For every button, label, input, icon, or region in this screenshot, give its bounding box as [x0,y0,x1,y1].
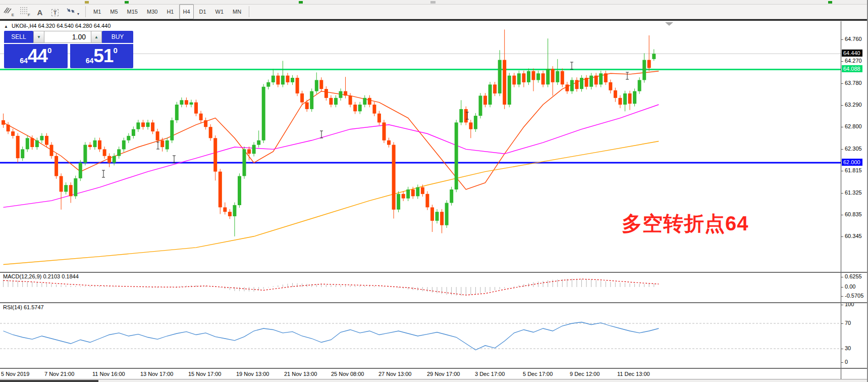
axis-tick-label: 63.780 [845,80,862,86]
ask-quote-button[interactable]: 64 51 0 [70,44,134,68]
chart-title: ▲ UKOil-,H4 64.320 64.540 64.280 64.440 [4,23,111,29]
toolbar-button-fragment [430,1,436,4]
timeframe-d1-button[interactable]: D1 [196,4,210,19]
bid-prefix: 64 [20,57,28,65]
timeframe-m5-button[interactable]: M5 [106,4,121,19]
bid-pip-digit: 0 [47,46,51,55]
timeframe-h4-button[interactable]: H4 [179,4,193,19]
time-axis-label: 3 Dec 17:00 [475,371,505,377]
axis-tick-label: 0.00 [845,283,855,290]
timeframe-m30-button[interactable]: M30 [143,4,161,19]
time-axis[interactable]: 5 Nov 20197 Nov 21:0011 Nov 16:0013 Nov … [0,369,841,379]
sell-button[interactable]: SELL [4,31,33,43]
rsi-line [4,322,659,350]
toolbar-separator [85,6,86,17]
price-badge: 64.088 [842,65,862,72]
time-axis-label: 19 Nov 13:00 [236,371,269,377]
volume-decrease-button[interactable]: ▼ [33,31,44,43]
axis-tick-label: -0.5705 [845,293,863,299]
ma-fast [4,71,659,189]
axis-tick-label: 0 [845,359,848,365]
toolbar-separator [249,6,249,17]
volume-increase-button[interactable]: ▲ [91,31,102,43]
macd-label: MACD(12,26,9) 0.2103 0.1844 [3,273,79,279]
timeframe-m15-button[interactable]: M15 [124,4,141,19]
axis-tick-label: 60.345 [845,233,862,239]
chart-annotation-text[interactable]: 多空转折点64 [622,210,749,237]
volume-input[interactable] [44,31,91,43]
time-axis-label: 5 Nov 2019 [1,371,29,377]
text-box-icon: T [51,9,59,16]
axis-tick-label: 64.760 [845,36,862,42]
rsi-label: RSI(14) 61.5747 [3,304,44,310]
price-badge: 64.440 [842,50,862,57]
one-click-trading-panel: SELL ▼ ▲ BUY 64 44 0 64 51 0 [4,31,133,68]
timeframe-group: M1M5M15M30H1H4D1W1MN [89,4,246,19]
axis-tick-label: 62.800 [845,123,862,129]
ask-pip-digit: 0 [113,46,117,55]
text-tool-button[interactable]: A [33,6,46,18]
time-axis-label: 7 Nov 21:00 [44,371,74,377]
mt4-application: EFAT▾ M1M5M15M30H1H4D1W1MN ▲ UKOil-,H4 6… [0,0,868,382]
time-axis-label: 25 Nov 08:00 [331,371,364,377]
chevron-down-icon[interactable]: ▾ [77,12,79,16]
panel-separator[interactable] [0,302,868,303]
time-axis-label: 13 Nov 17:00 [140,371,173,377]
toolbar-button-fragment [299,1,303,4]
timeframe-m1-button[interactable]: M1 [90,4,104,19]
text-label-tool-button[interactable]: T [48,6,62,18]
timeframe-h1-button[interactable]: H1 [163,4,177,19]
ask-prefix: 64 [86,57,94,65]
rsi-indicator-canvas[interactable] [0,303,841,368]
draw-lines-tool-button[interactable]: E [1,6,15,18]
axis-tick-label: 0.6255 [845,273,862,279]
buy-button[interactable]: BUY [102,31,133,43]
ma-slow [4,141,659,265]
symbol-period-label: UKOil-,H4 [12,23,37,29]
axis-tick-label: 70 [845,320,851,326]
scroll-end-marker [665,22,673,26]
time-axis-label: 27 Nov 13:00 [378,371,411,377]
bid-big-digits: 44 [28,46,47,66]
time-axis-label: 5 Dec 17:00 [523,371,553,377]
letter-icon: A [37,9,43,16]
timeframe-w1-button[interactable]: W1 [212,4,228,19]
arrows-icon [66,7,76,16]
macd-indicator-canvas[interactable] [0,273,841,302]
bid-quote-button[interactable]: 64 44 0 [4,44,68,68]
ask-big-digits: 51 [93,46,113,66]
time-axis-label: 11 Nov 16:00 [92,371,125,377]
toolbar-button-fragment [828,1,832,4]
tool-subscript: E [12,13,14,17]
macd-signal-line [4,279,659,295]
axis-tick-label: 30 [845,345,851,351]
toolbar-button-fragment [85,1,89,4]
ohlc-values: 64.320 64.540 64.280 64.440 [38,23,111,29]
ma-mid [4,105,659,207]
time-axis-label: 15 Nov 17:00 [188,371,221,377]
arrows-tool-button[interactable]: ▾ [64,6,81,18]
time-axis-label: 21 Nov 13:00 [284,371,317,377]
axis-tick-label: 61.325 [845,189,862,196]
fibonacci-tool-button[interactable]: F [17,6,31,18]
axis-tick-label: 64.270 [845,58,862,64]
panel-separator[interactable] [0,272,868,273]
axis-tick-label: 62.305 [845,146,862,152]
time-axis-label: 9 Dec 12:00 [570,371,600,377]
scrollbar-thumb[interactable] [0,380,98,382]
tool-subscript: F [28,13,30,17]
toolbar-button-fragment [125,1,129,4]
price-axis[interactable]: 64.76064.27063.78063.29062.80062.30561.8… [841,21,868,380]
drawing-tools-group: EFAT▾ [0,6,82,18]
axis-tick-label: 60.835 [845,211,862,217]
time-axis-label: 11 Dec 13:00 [617,371,650,377]
horizontal-scrollbar[interactable] [0,379,868,382]
collapse-icon[interactable]: ▲ [4,24,8,29]
axis-tick-label: 63.290 [845,102,862,108]
timeframe-mn-button[interactable]: MN [229,4,245,19]
time-axis-label: 29 Nov 17:00 [427,371,460,377]
panel-separator[interactable] [0,368,868,369]
axis-tick-label: 61.815 [845,167,862,173]
chart-toolbar: EFAT▾ M1M5M15M30H1H4D1W1MN [0,5,868,19]
price-badge: 62.000 [842,159,862,166]
